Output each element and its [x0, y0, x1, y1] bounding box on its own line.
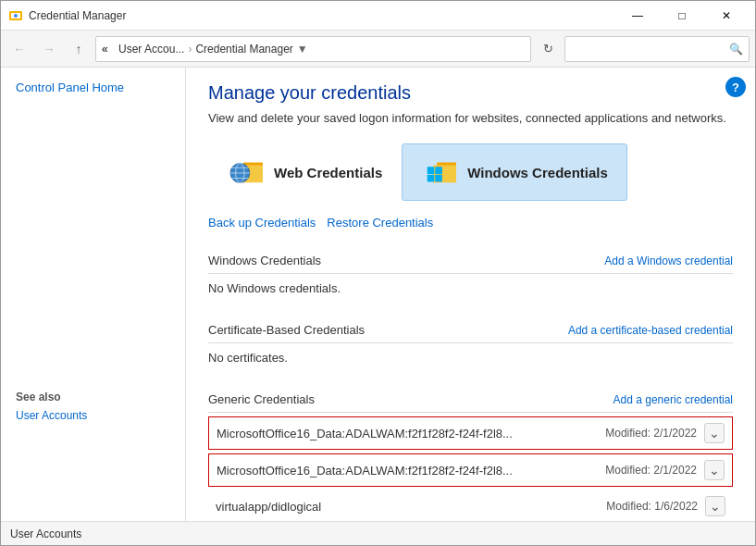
section-title-1: Certificate-Based Credentials — [208, 323, 365, 337]
credential-modified-2-2: Modified: 1/6/2022 — [606, 500, 698, 513]
credential-name-2-1: MicrosoftOffice16_Data:ADALWAM:f2f1f28f2… — [217, 464, 513, 478]
app-icon — [8, 8, 23, 23]
section-title-2: Generic Credentials — [208, 392, 315, 406]
svg-rect-13 — [428, 167, 435, 174]
forward-button[interactable]: → — [36, 36, 62, 62]
maximize-button[interactable]: □ — [661, 1, 703, 31]
credential-item-2-2[interactable]: virtualapp/didlogicalModified: 1/6/2022⌄ — [208, 490, 733, 521]
close-button[interactable]: ✕ — [705, 1, 748, 31]
windows-credentials-label: Windows Credentials — [467, 165, 608, 180]
web-credentials-icon — [228, 155, 265, 189]
credential-modified-2-1: Modified: 2/1/2022 — [605, 464, 697, 477]
section-empty-0: No Windows credentials. — [208, 278, 733, 303]
search-box: 🔍 — [564, 36, 750, 62]
window-title: Credential Manager — [29, 9, 616, 22]
backup-credentials-link[interactable]: Back up Credentials — [208, 216, 316, 230]
web-credentials-tab[interactable]: Web Credentials — [208, 143, 402, 201]
windows-credentials-tab[interactable]: Windows Credentials — [402, 143, 627, 201]
credential-name-2-2: virtualapp/didlogical — [216, 500, 321, 514]
actions-row: Back up Credentials Restore Credentials — [208, 216, 733, 230]
section-empty-1: No certificates. — [208, 347, 733, 372]
search-input[interactable] — [571, 43, 729, 56]
credential-chevron-2-0[interactable]: ⌄ — [704, 423, 725, 443]
credential-section-2: Generic CredentialsAdd a generic credent… — [208, 387, 733, 521]
credentials-sections: Windows CredentialsAdd a Windows credent… — [208, 248, 733, 521]
see-also-label: See also — [1, 376, 185, 407]
restore-credentials-link[interactable]: Restore Credentials — [327, 216, 433, 230]
section-header-1: Certificate-Based CredentialsAdd a certi… — [208, 317, 733, 343]
search-icon: 🔍 — [729, 43, 743, 56]
content-area: ? Manage your credentials View and delet… — [186, 68, 755, 521]
credential-right-2-2: Modified: 1/6/2022⌄ — [606, 496, 725, 516]
sidebar: Control Panel Home See also User Account… — [1, 68, 186, 521]
main-content: Control Panel Home See also User Account… — [1, 68, 755, 521]
breadcrumb-dropdown[interactable]: ▼ — [297, 43, 308, 56]
credential-tabs: Web Credentials Windows Credentials — [208, 143, 733, 201]
add-credential-link-0[interactable]: Add a Windows credential — [604, 254, 733, 267]
breadcrumb-part2[interactable]: Credential Manager — [195, 43, 292, 56]
back-button[interactable]: ← — [6, 36, 32, 62]
credential-right-2-1: Modified: 2/1/2022⌄ — [605, 460, 725, 480]
control-panel-home-link[interactable]: Control Panel Home — [1, 77, 185, 98]
add-credential-link-2[interactable]: Add a generic credential — [613, 393, 733, 406]
breadcrumb-part1[interactable]: User Accou... — [118, 43, 184, 56]
up-button[interactable]: ↑ — [66, 36, 92, 62]
window-controls: — □ ✕ — [616, 1, 748, 31]
page-title: Manage your credentials — [208, 82, 733, 104]
web-credentials-label: Web Credentials — [274, 165, 382, 180]
credential-section-1: Certificate-Based CredentialsAdd a certi… — [208, 317, 733, 372]
breadcrumb: « User Accou... › Credential Manager ▼ — [95, 36, 531, 62]
status-text: User Accounts — [10, 527, 81, 540]
breadcrumb-prefix: « — [102, 43, 108, 56]
svg-point-2 — [14, 14, 18, 18]
credential-item-2-1[interactable]: MicrosoftOffice16_Data:ADALWAM:f2f1f28f2… — [208, 453, 733, 487]
credential-section-0: Windows CredentialsAdd a Windows credent… — [208, 248, 733, 303]
address-bar: ← → ↑ « User Accou... › Credential Manag… — [1, 31, 755, 68]
credential-right-2-0: Modified: 2/1/2022⌄ — [605, 423, 725, 443]
credential-name-2-0: MicrosoftOffice16_Data:ADALWAM:f2f1f28f2… — [217, 427, 513, 441]
svg-rect-14 — [428, 175, 435, 182]
status-bar: User Accounts — [1, 521, 755, 545]
section-header-2: Generic CredentialsAdd a generic credent… — [208, 387, 733, 413]
windows-credentials-icon — [421, 155, 458, 189]
credential-chevron-2-1[interactable]: ⌄ — [704, 460, 725, 480]
section-title-0: Windows Credentials — [208, 254, 321, 267]
refresh-button[interactable]: ↻ — [535, 36, 561, 62]
credential-chevron-2-2[interactable]: ⌄ — [705, 496, 725, 516]
add-credential-link-1[interactable]: Add a certificate-based credential — [568, 324, 733, 337]
page-description: View and delete your saved logon informa… — [208, 111, 733, 125]
svg-rect-16 — [436, 175, 443, 182]
title-bar: Credential Manager — □ ✕ — [1, 1, 755, 31]
section-header-0: Windows CredentialsAdd a Windows credent… — [208, 248, 733, 274]
main-window: Credential Manager — □ ✕ ← → ↑ « User Ac… — [0, 0, 756, 546]
credential-modified-2-0: Modified: 2/1/2022 — [605, 427, 697, 440]
help-button[interactable]: ? — [725, 77, 746, 97]
credential-item-2-0[interactable]: MicrosoftOffice16_Data:ADALWAM:f2f1f28f2… — [208, 416, 733, 450]
minimize-button[interactable]: — — [616, 1, 659, 31]
breadcrumb-sep1: › — [188, 43, 192, 56]
svg-rect-15 — [436, 167, 443, 174]
user-accounts-link[interactable]: User Accounts — [1, 407, 185, 424]
